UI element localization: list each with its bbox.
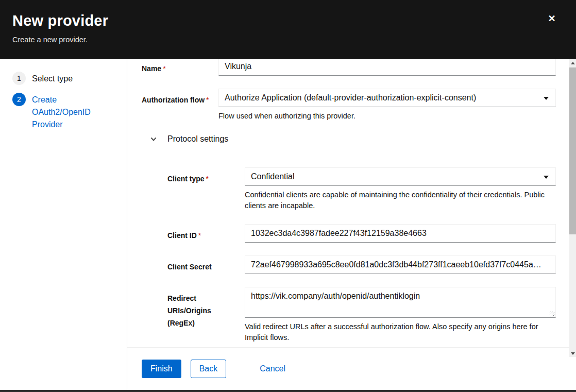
form-row-authorization-flow: Authorization flow* Authorize Applicatio… [142,89,556,122]
required-asterisk: * [206,96,209,104]
required-asterisk: * [163,64,165,73]
modal-body: 1 Select type 2 Create OAuth2/OpenID Pro… [0,59,576,390]
client-id-label: Client ID* [167,224,245,243]
wizard-step-label: Create OAuth2/OpenID Provider [32,93,100,131]
authorization-flow-help: Flow used when authorizing this provider… [218,111,556,122]
scrollbar-thumb[interactable] [569,67,576,234]
client-type-help: Confidential clients are capable of main… [245,190,556,211]
redirect-uris-label: Redirect URIs/Origins (RegEx) [167,287,245,343]
cancel-button[interactable]: Cancel [260,360,285,378]
modal-header: New provider Create a new provider. ✕ [0,0,576,59]
page-title: New provider [12,12,564,29]
arrow-down-icon [571,352,575,355]
form-row-client-secret: Client Secret [142,255,556,274]
form-row-redirect-uris: Redirect URIs/Origins (RegEx) https://vi… [142,287,556,343]
new-provider-modal: New provider Create a new provider. ✕ 1 … [0,0,576,390]
form-scroll-area: Name* Authorization flow* Authorize App [127,59,576,347]
client-type-select[interactable]: Confidential [245,167,556,186]
provider-form: Name* Authorization flow* Authorize App [142,59,556,343]
form-row-name: Name* [142,59,556,76]
wizard-step-label: Select type [32,72,73,85]
form-row-client-id: Client ID* [142,224,556,243]
back-button[interactable]: Back [191,360,227,378]
scroll-down-button[interactable] [569,350,576,357]
chevron-down-icon [544,97,549,100]
protocol-settings-title: Protocol settings [167,134,228,144]
wizard-nav: 1 Select type 2 Create OAuth2/OpenID Pro… [0,59,127,390]
finish-button[interactable]: Finish [142,360,181,378]
protocol-settings-toggle[interactable]: Protocol settings [142,134,556,144]
authorization-flow-label: Authorization flow* [142,89,218,122]
name-label: Name* [142,59,218,76]
step-number-badge: 1 [12,72,26,85]
redirect-uris-textarea[interactable]: https://vik.company/auth/openid/authenti… [245,287,556,318]
scroll-up-button[interactable] [569,59,576,66]
redirect-uris-help: Valid redirect URLs after a successful a… [245,321,556,343]
close-icon[interactable]: ✕ [546,13,557,24]
authorization-flow-select[interactable]: Authorize Application (default-provider-… [218,89,556,107]
client-secret-input[interactable] [245,255,556,274]
client-id-input[interactable] [245,224,556,243]
name-input[interactable] [218,59,556,76]
selected-value: Authorize Application (default-provider-… [225,93,476,103]
wizard-main-panel: Name* Authorization flow* Authorize App [127,59,576,390]
client-type-label: Client type* [167,167,245,211]
wizard-step-select-type[interactable]: 1 Select type [12,72,118,85]
step-number-badge: 2 [12,93,26,106]
client-secret-label: Client Secret [167,255,245,274]
chevron-down-icon [544,176,549,179]
wizard-step-create-provider[interactable]: 2 Create OAuth2/OpenID Provider [12,93,118,131]
modal-footer: Finish Back Cancel [127,347,576,390]
required-asterisk: * [198,231,201,240]
resize-handle-icon[interactable] [550,312,554,316]
required-asterisk: * [206,175,209,183]
form-row-client-type: Client type* Confidential Confidential c… [142,167,556,211]
chevron-down-icon [150,135,157,143]
textarea-value: https://vik.company/auth/openid/authenti… [251,292,420,300]
selected-value: Confidential [251,172,295,181]
vertical-scrollbar[interactable] [569,59,576,357]
arrow-up-icon [571,62,575,64]
page-subtitle: Create a new provider. [12,36,564,44]
